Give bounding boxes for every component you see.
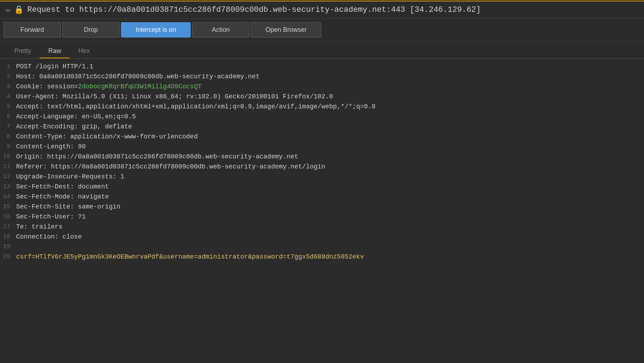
code-line: 5Accept: text/html,application/xhtml+xml… [0,102,644,112]
code-line: 8Content-Type: application/x-www-form-ur… [0,132,644,142]
line-number: 19 [0,243,16,250]
code-line: 18Connection: close [0,232,644,242]
line-number: 8 [0,133,16,140]
line-number: 14 [0,193,16,200]
intercept-button[interactable]: Intercept is on [121,22,191,38]
line-content: POST /login HTTP/1.1 [16,63,644,70]
code-line: 11Referer: https://0a8a001d03871c5cc286f… [0,162,644,172]
line-content: Connection: close [16,233,644,240]
line-number: 18 [0,233,16,240]
line-number: 3 [0,83,16,90]
line-content: Host: 0a8a001d03871c5cc286fd78009c00db.w… [16,73,644,80]
drop-button[interactable]: Drop [62,22,119,38]
code-line: 1POST /login HTTP/1.1 [0,62,644,72]
tab-pretty[interactable]: Pretty [6,44,40,58]
request-header: ✏ 🔒 Request to https://0a8a001d03871c5cc… [0,1,644,19]
line-content: Accept: text/html,application/xhtml+xml,… [16,103,644,110]
line-content: User-Agent: Mozilla/5.0 (X11; Linux x86_… [16,93,644,100]
line-number: 9 [0,143,16,150]
line-content: Content-Length: 90 [16,143,644,150]
code-line: 10Origin: https://0a8a001d03871c5cc286fd… [0,152,644,162]
line-number: 5 [0,103,16,110]
line-content: Referer: https://0a8a001d03871c5cc286fd7… [16,163,644,170]
action-button[interactable]: Action [192,22,249,38]
open-browser-button[interactable]: Open Browser [251,22,321,38]
code-line: 7Accept-Encoding: gzip, deflate [0,122,644,132]
line-number: 4 [0,93,16,100]
line-content: Sec-Fetch-Dest: document [16,183,644,190]
code-line: 19 [0,242,644,252]
line-content: Sec-Fetch-Site: same-origin [16,203,644,210]
line-number: 20 [0,253,16,260]
line-content: csrf=HTlfV6rJE5yPg1mnGk3KeOEBwnrvaPdf&us… [16,253,644,260]
line-number: 11 [0,163,16,170]
code-line: 15Sec-Fetch-Site: same-origin [0,202,644,212]
line-number: 17 [0,223,16,230]
code-line: 20csrf=HTlfV6rJE5yPg1mnGk3KeOEBwnrvaPdf&… [0,252,644,263]
line-number: 13 [0,183,16,190]
lock-icon: 🔒 [14,5,24,15]
line-number: 12 [0,173,16,180]
code-line: 17Te: trailers [0,222,644,232]
code-line: 16Sec-Fetch-User: ?1 [0,212,644,222]
line-content: Sec-Fetch-User: ?1 [16,213,644,220]
forward-button[interactable]: Forward [4,22,61,38]
line-number: 6 [0,113,16,120]
request-url: Request to https://0a8a001d03871c5cc286f… [27,5,480,14]
tab-bar: PrettyRawHex [0,41,644,59]
code-line: 14Sec-Fetch-Mode: navigate [0,192,644,202]
line-content: Cookie: session=2dobocgKRqrBfqU3W1Millg4… [16,83,644,90]
line-content: Accept-Language: en-US,en;q=0.5 [16,113,644,120]
line-content: Content-Type: application/x-www-form-url… [16,133,644,140]
code-line: 3Cookie: session=2dobocgKRqrBfqU3W1Millg… [0,82,644,92]
tab-hex[interactable]: Hex [70,44,98,58]
line-number: 15 [0,203,16,210]
code-line: 13Sec-Fetch-Dest: document [0,182,644,192]
code-line: 9Content-Length: 90 [0,142,644,152]
toolbar: ForwardDropIntercept is onActionOpen Bro… [0,19,644,41]
line-number: 10 [0,153,16,160]
code-line: 6Accept-Language: en-US,en;q=0.5 [0,112,644,122]
line-content: Sec-Fetch-Mode: navigate [16,193,644,200]
line-content: Accept-Encoding: gzip, deflate [16,123,644,130]
line-number: 7 [0,123,16,130]
line-number: 1 [0,63,16,70]
code-line: 12Upgrade-Insecure-Requests: 1 [0,172,644,182]
edit-icon: ✏ [6,5,10,15]
code-line: 4User-Agent: Mozilla/5.0 (X11; Linux x86… [0,92,644,102]
line-number: 16 [0,213,16,220]
code-area: 1POST /login HTTP/1.12Host: 0a8a001d0387… [0,59,644,266]
code-line: 2Host: 0a8a001d03871c5cc286fd78009c00db.… [0,72,644,82]
tab-raw[interactable]: Raw [40,44,70,58]
line-content: Te: trailers [16,223,644,230]
line-content: Origin: https://0a8a001d03871c5cc286fd78… [16,153,644,160]
line-number: 2 [0,73,16,80]
line-content: Upgrade-Insecure-Requests: 1 [16,173,644,180]
